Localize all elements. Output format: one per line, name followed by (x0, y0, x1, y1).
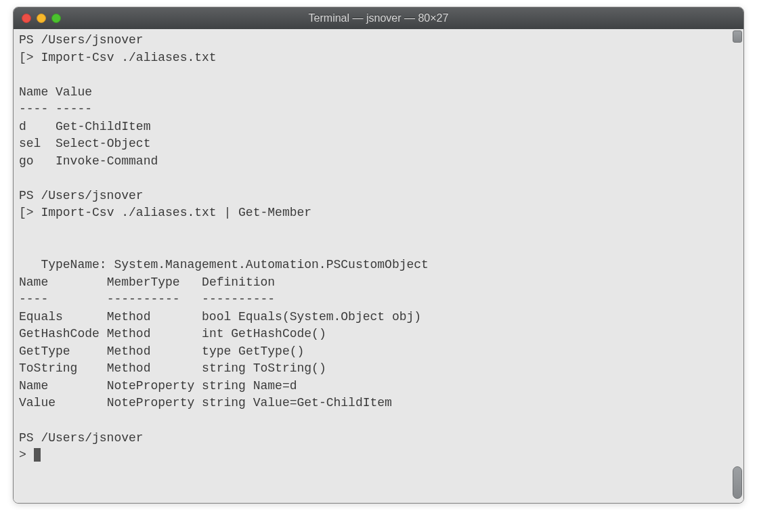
table-row: sel Select-Object (19, 137, 150, 150)
scroll-top-icon[interactable] (733, 30, 742, 43)
table-row: GetType Method type GetType() (19, 345, 304, 358)
terminal-body[interactable]: PS /Users/jsnover [> Import-Csv ./aliase… (14, 29, 743, 503)
table-sep: ---------- (202, 292, 275, 306)
table-sep: ---- (19, 102, 48, 116)
table-row: GetHashCode Method int GetHashCode() (19, 327, 326, 340)
window-title: Terminal — jsnover — 80×27 (14, 12, 743, 24)
table-sep: ---- (19, 292, 48, 306)
command-text: Import-Csv ./aliases.txt (41, 51, 216, 64)
scroll-thumb[interactable] (733, 466, 742, 499)
table-sep: ----- (56, 102, 92, 116)
maximize-icon[interactable] (51, 14, 61, 23)
table-header-name: Name (19, 85, 48, 99)
terminal-window: Terminal — jsnover — 80×27 PS /Users/jsn… (13, 7, 744, 504)
titlebar[interactable]: Terminal — jsnover — 80×27 (14, 7, 743, 29)
table-header-value: Value (56, 85, 92, 99)
members-header-type: MemberType (107, 275, 180, 289)
prompt-marker: [> (19, 51, 34, 64)
table-row: ToString Method string ToString() (19, 361, 326, 375)
typename-line: TypeName: System.Management.Automation.P… (19, 258, 429, 271)
cursor (34, 448, 41, 462)
members-header-name: Name (19, 275, 48, 289)
prompt-path: PS /Users/jsnover (19, 189, 144, 202)
table-row: Name NoteProperty string Name=d (19, 379, 297, 393)
close-icon[interactable] (22, 14, 31, 23)
command-text: Import-Csv ./aliases.txt | Get-Member (41, 206, 311, 219)
table-row: d Get-ChildItem (19, 120, 150, 133)
table-row: Equals Method bool Equals(System.Object … (19, 310, 421, 324)
scrollbar[interactable] (733, 30, 742, 499)
table-sep: ---------- (107, 292, 180, 306)
table-row: go Invoke-Command (19, 154, 158, 168)
prompt-path: PS /Users/jsnover (19, 431, 144, 445)
prompt-marker: [> (19, 206, 34, 219)
table-row: Value NoteProperty string Value=Get-Chil… (19, 396, 392, 409)
traffic-lights (22, 14, 61, 23)
prompt-path: PS /Users/jsnover (19, 33, 144, 47)
prompt-marker: > (19, 448, 26, 462)
minimize-icon[interactable] (37, 14, 46, 23)
terminal-output[interactable]: PS /Users/jsnover [> Import-Csv ./aliase… (19, 32, 730, 464)
members-header-def: Definition (202, 275, 275, 289)
